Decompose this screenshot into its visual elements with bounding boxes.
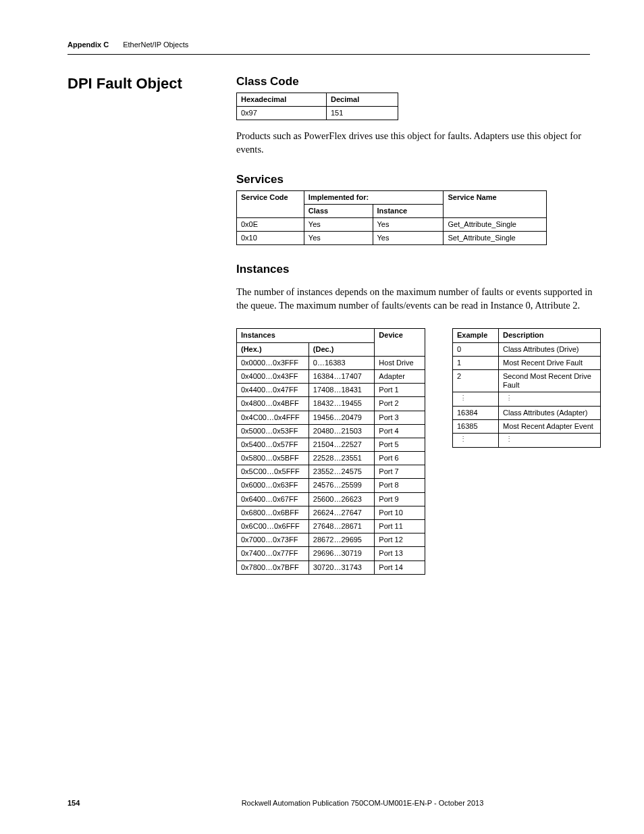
cell-hex: 0x5C00…0x5FFF [237, 465, 309, 479]
table-row: 0x7800…0x7BFF30720…31743Port 14 [237, 561, 425, 574]
cell-device: Port 8 [375, 479, 425, 492]
instances-right-table: Example Description 0Class Attributes (D… [452, 328, 601, 447]
cell-device: Port 3 [375, 411, 425, 424]
cell-dec: 24576…25599 [308, 479, 375, 492]
cell-hex: 0x5800…0x5BFF [237, 452, 309, 465]
col-device: Device [375, 329, 425, 356]
cell-dec: 26624…27647 [308, 506, 375, 519]
cell-example [453, 434, 499, 448]
cell-desc [499, 434, 601, 448]
table-row: 1Most Recent Drive Fault [453, 356, 601, 369]
table-row: 0x4C00…0x4FFF19456…20479Port 3 [237, 411, 425, 424]
cell-device: Port 5 [375, 438, 425, 451]
col-description: Description [499, 329, 601, 342]
cell-dec: 0…16383 [308, 356, 375, 369]
cell-hex: 0x6000…0x63FF [237, 479, 309, 492]
cell-example [453, 392, 499, 407]
cell-dec: 19456…20479 [308, 411, 375, 424]
cell-hex: 0x6800…0x6BFF [237, 506, 309, 519]
cell-dec: 27648…28671 [308, 520, 375, 533]
services-table: Service Code Implemented for: Service Na… [236, 190, 547, 246]
cell-code: 0x0E [237, 217, 304, 231]
table-row: 0x6000…0x63FF24576…25599Port 8 [237, 479, 425, 492]
cell-hex: 0x4800…0x4BFF [237, 397, 309, 411]
cell-desc: Class Attributes (Drive) [499, 342, 601, 356]
table-row: 0x5000…0x53FF20480…21503Port 4 [237, 424, 425, 438]
cell-hex: 0x97 [237, 107, 327, 120]
cell-hex: 0x7800…0x7BFF [237, 561, 309, 574]
cell-dec: 28672…29695 [308, 533, 375, 547]
page-footer: 154 Rockwell Automation Publication 750C… [68, 799, 590, 807]
cell-desc: Most Recent Adapter Event [499, 420, 601, 434]
classcode-table: Hexadecimal Decimal 0x97 151 [236, 93, 398, 120]
topic-label: EtherNet/IP Objects [123, 41, 188, 49]
cell-class: Yes [304, 217, 373, 231]
cell-device: Adapter [375, 369, 425, 383]
cell-dec: 16384…17407 [308, 369, 375, 383]
cell-dec: 22528…23551 [308, 452, 375, 465]
table-row: 0x4400…0x47FF17408…18431Port 1 [237, 384, 425, 397]
table-row: 0x4000…0x43FF16384…17407Adapter [237, 369, 425, 383]
cell-dec: 30720…31743 [308, 561, 375, 574]
cell-hex: 0x7400…0x77FF [237, 547, 309, 561]
cell-instance: Yes [373, 232, 444, 245]
col-example: Example [453, 329, 499, 342]
instances-heading: Instances [236, 263, 601, 276]
cell-device: Port 10 [375, 506, 425, 519]
cell-desc [499, 392, 601, 407]
cell-hex: 0x0000…0x3FFF [237, 356, 309, 369]
cell-hex: 0x5000…0x53FF [237, 424, 309, 438]
cell-device: Port 13 [375, 547, 425, 561]
col-dec-sub: (Dec.) [308, 342, 375, 356]
table-row: 0x10YesYesSet_Attribute_Single [237, 232, 547, 245]
appendix-label: Appendix C [68, 41, 109, 49]
vdots-icon [457, 436, 464, 442]
cell-hex: 0x4000…0x43FF [237, 369, 309, 383]
table-row: 0x0000…0x3FFF0…16383Host Drive [237, 356, 425, 369]
cell-example: 16385 [453, 420, 499, 434]
cell-example: 0 [453, 342, 499, 356]
intro-paragraph: Products such as PowerFlex drives use th… [236, 130, 601, 156]
col-implemented: Implemented for: [304, 190, 444, 204]
col-class: Class [304, 204, 373, 217]
cell-class: Yes [304, 232, 373, 245]
cell-dec: 21504…22527 [308, 438, 375, 451]
cell-dec: 151 [327, 107, 398, 120]
cell-device: Port 11 [375, 520, 425, 533]
cell-device: Port 1 [375, 384, 425, 397]
table-row [453, 434, 601, 448]
cell-desc: Class Attributes (Adapter) [499, 406, 601, 419]
col-service-code: Service Code [237, 190, 304, 217]
cell-instance: Yes [373, 217, 444, 231]
services-heading: Services [236, 173, 601, 186]
cell-device: Port 14 [375, 561, 425, 574]
table-row: 0x4800…0x4BFF18432…19455Port 2 [237, 397, 425, 411]
table-row: 0x6C00…0x6FFF27648…28671Port 11 [237, 520, 425, 533]
cell-hex: 0x5400…0x57FF [237, 438, 309, 451]
cell-dec: 23552…24575 [308, 465, 375, 479]
cell-hex: 0x6400…0x67FF [237, 492, 309, 506]
cell-desc: Second Most Recent Drive Fault [499, 369, 601, 392]
cell-hex: 0x7000…0x73FF [237, 533, 309, 547]
col-dec: Decimal [327, 93, 398, 107]
cell-hex: 0x6C00…0x6FFF [237, 520, 309, 533]
header-rule [68, 54, 590, 55]
table-row: 0x7400…0x77FF29696…30719Port 13 [237, 547, 425, 561]
cell-name: Set_Attribute_Single [444, 232, 547, 245]
page-title: DPI Fault Object [68, 75, 216, 93]
table-row [453, 392, 601, 407]
col-instances: Instances [237, 329, 375, 342]
table-row: 0x0EYesYesGet_Attribute_Single [237, 217, 547, 231]
table-row: 0x7000…0x73FF28672…29695Port 12 [237, 533, 425, 547]
page-number: 154 [68, 799, 135, 807]
col-instance: Instance [373, 204, 444, 217]
cell-dec: 25600…26623 [308, 492, 375, 506]
cell-example: 1 [453, 356, 499, 369]
cell-dec: 17408…18431 [308, 384, 375, 397]
cell-code: 0x10 [237, 232, 304, 245]
vdots-icon [503, 394, 510, 401]
table-row: 0Class Attributes (Drive) [453, 342, 601, 356]
publication-info: Rockwell Automation Publication 750COM-U… [135, 799, 590, 807]
cell-hex: 0x4400…0x47FF [237, 384, 309, 397]
table-row: 0x5800…0x5BFF22528…23551Port 6 [237, 452, 425, 465]
